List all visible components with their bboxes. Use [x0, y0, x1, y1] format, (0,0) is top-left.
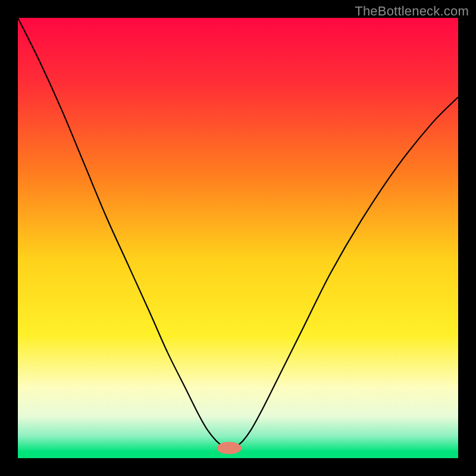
optimal-marker: [217, 442, 241, 455]
chart-frame: TheBottleneck.com: [0, 0, 476, 476]
plot-area: [18, 18, 458, 458]
watermark-text: TheBottleneck.com: [355, 4, 469, 19]
chart-svg: [18, 18, 458, 458]
chart-background: [18, 18, 458, 458]
